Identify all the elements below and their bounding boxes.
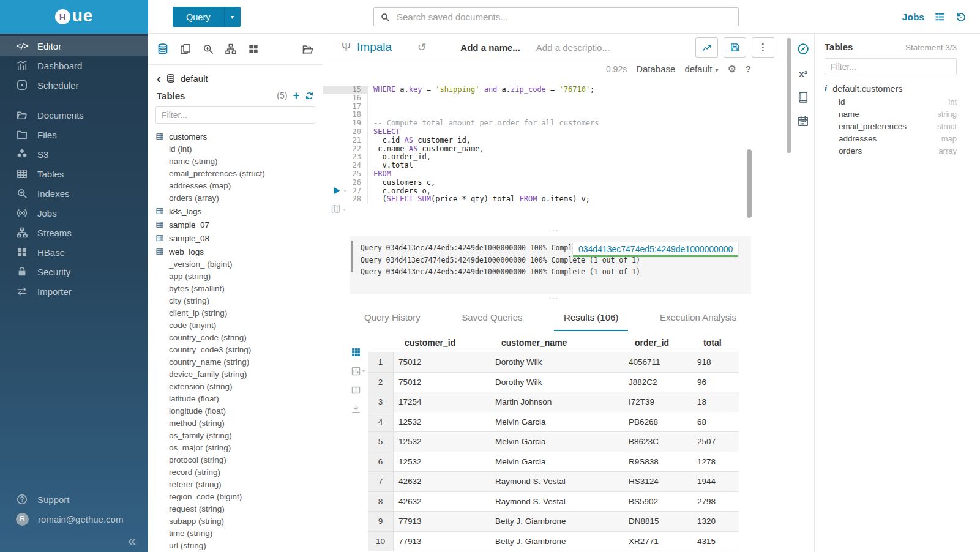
column-item[interactable]: os_major (string) <box>155 442 323 454</box>
query-history-icon[interactable] <box>956 12 967 23</box>
run-query-icon[interactable] <box>331 185 342 196</box>
column-item[interactable]: protocol (string) <box>155 454 323 466</box>
schema-column-id[interactable]: idint <box>825 95 957 108</box>
back-chevron-icon[interactable]: ‹ <box>157 72 161 84</box>
active-table-row[interactable]: i default.customers <box>825 83 957 94</box>
result-row[interactable]: 842632Raymond S. VestalBS59022798 <box>368 492 739 512</box>
functions-icon[interactable]: x² <box>797 67 809 80</box>
schema-column-name[interactable]: namestring <box>825 108 957 120</box>
sidebar-item-documents[interactable]: Documents <box>0 105 148 125</box>
column-item[interactable]: record (string) <box>155 466 323 479</box>
column-item[interactable]: method (string) <box>155 417 323 430</box>
info-icon[interactable]: i <box>825 83 827 94</box>
tab-query-history[interactable]: Query History <box>354 307 430 331</box>
add-table-icon[interactable]: + <box>293 90 299 101</box>
chart-view-button[interactable]: ▾ <box>351 366 365 376</box>
search-icon[interactable] <box>202 43 214 55</box>
column-item[interactable]: bytes (smallint) <box>155 283 323 295</box>
column-item[interactable]: code (tinyint) <box>155 319 323 332</box>
resize-handle-top[interactable]: ··· <box>323 228 784 233</box>
column-item[interactable]: _version_ (bigint) <box>155 258 323 270</box>
result-row[interactable]: 317254Martin JohnsonI72T3918 <box>368 392 739 412</box>
column-item[interactable]: country_code (string) <box>155 332 323 344</box>
schema-column-addresses[interactable]: addressesmap <box>825 132 957 144</box>
result-row[interactable]: 512532Melvin GarciaB8623C2507 <box>368 432 739 452</box>
column-item[interactable]: city (string) <box>155 295 323 307</box>
column-item[interactable]: time (string) <box>155 528 323 540</box>
result-row[interactable]: 742632Raymond S. VestalHS31241944 <box>368 472 739 492</box>
column-item[interactable]: orders (array) <box>155 192 323 204</box>
column-item[interactable]: longitude (float) <box>155 405 323 417</box>
column-item[interactable]: request (string) <box>155 503 323 515</box>
query-button[interactable]: Query <box>173 7 224 27</box>
right-filter-input[interactable] <box>825 58 957 75</box>
result-row[interactable]: 175012Dorothy Wilk4056711918 <box>368 352 739 373</box>
result-row[interactable]: 612532Melvin GarciaR9S8381278 <box>368 452 739 472</box>
sidebar-item-jobs[interactable]: Jobs <box>0 203 148 223</box>
tables-filter-input[interactable] <box>155 106 315 124</box>
main-scrollbar[interactable] <box>787 38 791 153</box>
databases-icon[interactable] <box>157 43 169 55</box>
documents-icon[interactable] <box>179 43 192 55</box>
result-row[interactable]: 412532Melvin GarciaPB626868 <box>368 412 739 433</box>
schedule-icon[interactable] <box>797 115 809 127</box>
sidebar-item-files[interactable]: Files <box>0 125 148 144</box>
resize-handle-bottom[interactable]: ··· <box>323 296 784 300</box>
sidebar-item-dashboard[interactable]: Dashboard <box>0 56 148 75</box>
database-name[interactable]: default <box>181 73 208 84</box>
table-item-web-logs[interactable]: web_logs <box>155 245 323 258</box>
save-button[interactable] <box>724 37 746 58</box>
column-item[interactable]: name (string) <box>155 155 323 168</box>
download-results-button[interactable] <box>351 404 361 414</box>
sidebar-item-importer[interactable]: Importer <box>0 282 148 301</box>
jobs-link[interactable]: Jobs <box>902 12 924 23</box>
query-description-field[interactable]: Add a descriptio... <box>536 42 610 53</box>
column-item[interactable]: device_family (string) <box>155 368 323 381</box>
editor-history-icon[interactable]: ↺ <box>417 41 426 54</box>
sidebar-item-security[interactable]: Security <box>0 262 148 282</box>
schema-column-email-preferences[interactable]: email_preferencesstruct <box>825 120 957 132</box>
column-item[interactable]: os_family (string) <box>155 430 323 442</box>
assist-navigator-icon[interactable] <box>796 42 810 56</box>
sidebar-item-s3[interactable]: S3 <box>0 144 148 164</box>
collapse-sidebar-icon[interactable]: « <box>128 534 136 548</box>
column-item[interactable]: client_ip (string) <box>155 307 323 319</box>
shared-documents-icon[interactable] <box>302 43 314 55</box>
more-actions-button[interactable]: ⋮ <box>752 37 774 58</box>
sidebar-item-support[interactable]: Support <box>0 490 148 509</box>
hue-logo[interactable]: H ue <box>0 0 148 34</box>
table-item-sample-08[interactable]: sample_08 <box>155 231 323 245</box>
result-row[interactable]: 977913Betty J. GiambroneDN88151320 <box>368 512 739 532</box>
schema-column-orders[interactable]: ordersarray <box>825 144 957 157</box>
explain-map-icon[interactable] <box>331 204 341 214</box>
sidebar-item-user[interactable]: Rromain@gethue.com <box>0 509 148 529</box>
database-select[interactable]: default▾ <box>684 64 718 74</box>
sidebar-item-editor[interactable]: </>Editor <box>0 36 148 56</box>
settings-gear-icon[interactable]: ⚙ <box>727 63 736 75</box>
column-item[interactable]: latitude (float) <box>155 393 323 405</box>
sidebar-item-tables[interactable]: Tables <box>0 164 148 184</box>
global-search[interactable] <box>373 7 739 26</box>
apps-grid-icon[interactable] <box>247 43 260 55</box>
language-reference-icon[interactable] <box>797 91 809 103</box>
column-item[interactable]: addresses (map) <box>155 180 323 192</box>
result-row[interactable]: 275012Dorothy WilkJ882C296 <box>368 373 739 393</box>
explain-chart-button[interactable] <box>695 37 718 58</box>
table-item-k8s-logs[interactable]: k8s_logs <box>155 204 323 218</box>
column-item[interactable]: extension (string) <box>155 381 323 393</box>
column-item[interactable]: email_preferences (struct) <box>155 168 323 180</box>
sidebar-item-hbase[interactable]: HBase <box>0 242 148 262</box>
explain-options-caret-icon[interactable]: ▾ <box>343 206 346 212</box>
column-item[interactable]: url (string) <box>155 540 323 552</box>
refresh-icon[interactable] <box>305 91 314 100</box>
column-item[interactable]: country_code3 (string) <box>155 344 323 356</box>
table-item-sample-07[interactable]: sample_07 <box>155 218 323 231</box>
search-input[interactable] <box>395 11 732 23</box>
column-item[interactable]: app (string) <box>155 270 323 283</box>
sidebar-item-indexes[interactable]: Indexes <box>0 184 148 203</box>
table-item-customers[interactable]: customers <box>155 130 323 143</box>
column-item[interactable]: region_code (bigint) <box>155 491 323 503</box>
sidebar-item-streams[interactable]: Streams <box>0 223 148 242</box>
sidebar-item-scheduler[interactable]: Scheduler <box>0 75 148 95</box>
jobs-list-icon[interactable] <box>934 11 946 23</box>
